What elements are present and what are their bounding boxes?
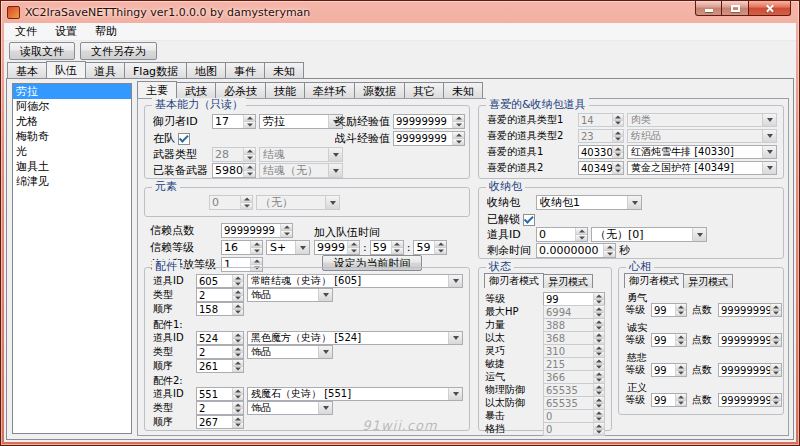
spinner[interactable] [232,303,243,315]
dropdown-arrow-icon[interactable] [448,332,462,344]
accessory-type-select[interactable]: 饰品 [247,345,333,359]
trust-level-input[interactable]: 16 [221,240,263,255]
dropdown-arrow-icon[interactable] [692,228,706,241]
character-list-item[interactable]: 劳拉 [13,84,131,99]
subtab-skills[interactable]: 技能 [265,82,305,98]
tab-events[interactable]: 事件 [225,62,265,78]
virtue-level-input[interactable]: 99 [651,303,687,317]
spinner[interactable] [232,388,243,400]
spinner[interactable] [770,334,781,346]
menu-file[interactable]: 文件 [6,23,46,40]
stat-input[interactable]: 99 [543,292,605,306]
tab-items[interactable]: 道具 [85,62,125,78]
accessory-id-input[interactable]: 605 [196,274,244,288]
spinner[interactable] [675,364,686,376]
spinner[interactable] [675,304,686,316]
spinner[interactable] [243,115,255,128]
spinner[interactable] [232,416,243,428]
tab-driver-mode[interactable]: 御刃者模式 [484,273,544,288]
character-list-item[interactable]: 迦具土 [13,159,131,174]
maximize-button[interactable] [722,1,748,16]
spinner[interactable] [612,162,623,174]
accessory-type-select[interactable]: 饰品 [247,401,333,415]
spinner[interactable] [770,394,781,406]
trust-rank-select[interactable]: S+ [266,240,310,255]
pouch-item-id-input[interactable]: 0 [536,227,588,242]
virtue-points-input[interactable]: 99999999 [718,363,782,377]
spinner[interactable] [232,275,243,287]
subtab-source-data[interactable]: 源数据 [354,82,405,98]
subtab-main[interactable]: 主要 [137,81,177,98]
tab-blade-mode[interactable]: 异刃模式 [683,274,733,288]
character-list-item[interactable]: 绵津见 [13,174,131,189]
tab-blade-mode[interactable]: 异刃模式 [543,274,593,288]
load-file-button[interactable]: 读取文件 [9,42,75,60]
spinner[interactable] [232,360,243,372]
dropdown-arrow-icon[interactable] [762,146,776,158]
accessory-select[interactable]: 残魔石（史诗） [551] [247,387,463,401]
driver-id-input[interactable]: 17 [212,114,256,129]
character-list[interactable]: 劳拉 阿德尔 尤格 梅勒奇 光 迦具土 绵津见 [12,83,132,434]
virtue-level-input[interactable]: 99 [651,363,687,377]
subtab-unknown[interactable]: 未知 [443,82,483,98]
pouch-time-input[interactable]: 0.0000000 [536,243,616,258]
trust-points-input[interactable]: 99999999 [221,223,293,238]
spinner[interactable] [232,346,243,358]
character-list-item[interactable]: 梅勒奇 [13,129,131,144]
spinner[interactable] [770,304,781,316]
dropdown-arrow-icon[interactable] [295,241,309,254]
spinner[interactable] [452,132,464,145]
spinner[interactable] [452,115,464,128]
spinner[interactable] [232,402,243,414]
menu-settings[interactable]: 设置 [46,23,86,40]
spinner[interactable] [232,332,243,344]
accessory-type-id-input[interactable]: 2 [196,401,244,415]
equipped-weapon-id-input[interactable]: 5980 [212,163,256,178]
accessory-order-input[interactable]: 158 [196,302,244,316]
pouch-unlocked-checkbox[interactable] [523,214,535,226]
virtue-level-input[interactable]: 99 [651,393,687,407]
dropdown-arrow-icon[interactable] [448,388,462,400]
accessory-select[interactable]: 常暗结魂（史诗） [605] [247,274,463,288]
bonus-exp-input[interactable]: 99999999 [393,114,465,129]
spinner[interactable] [280,224,292,237]
virtue-points-input[interactable]: 99999999 [718,393,782,407]
favorite-select[interactable]: 黄金之国护符 [40349] [627,161,777,175]
pouch-select[interactable]: 收纳包1 [536,195,642,210]
spinner[interactable] [675,334,686,346]
virtue-points-input[interactable]: 99999999 [718,303,782,317]
dropdown-arrow-icon[interactable] [448,275,462,287]
accessory-id-input[interactable]: 524 [196,331,244,345]
spinner[interactable] [347,241,359,254]
accessory-id-input[interactable]: 551 [196,387,244,401]
accessory-order-input[interactable]: 261 [196,359,244,373]
accessory-type-id-input[interactable]: 2 [196,345,244,359]
spinner[interactable] [250,241,262,254]
subtab-specials[interactable]: 必杀技 [215,82,266,98]
accessory-order-input[interactable]: 267 [196,415,244,429]
titlebar[interactable]: XC2IraSaveNETThingy ver1.0.0.0 by damyst… [1,1,799,23]
driver-name-select[interactable]: 劳拉 [259,114,343,129]
spinner[interactable] [243,164,255,177]
tab-map[interactable]: 地图 [186,62,226,78]
tab-party[interactable]: 队伍 [46,61,86,78]
minimize-button[interactable] [695,1,722,16]
spinner[interactable] [770,364,781,376]
dropdown-arrow-icon[interactable] [318,346,332,358]
virtue-points-input[interactable]: 99999999 [718,333,782,347]
favorite-id-input[interactable]: 40349 [578,161,624,175]
accessory-type-select[interactable]: 饰品 [247,288,333,302]
tab-driver-mode[interactable]: 御刃者模式 [624,273,684,288]
spinner[interactable] [575,228,587,241]
virtue-level-input[interactable]: 99 [651,333,687,347]
character-list-item[interactable]: 阿德尔 [13,99,131,114]
subtab-affinity-ring[interactable]: 牵绊环 [304,82,355,98]
tab-unknown[interactable]: 未知 [264,62,304,78]
in-party-checkbox[interactable] [178,133,190,145]
dropdown-arrow-icon[interactable] [318,402,332,414]
tab-basic[interactable]: 基本 [7,62,47,78]
spinner[interactable] [603,244,615,257]
save-as-button[interactable]: 文件另存为 [80,42,157,60]
accessory-select[interactable]: 黑色魔方（史诗） [524] [247,331,463,345]
spinner[interactable] [232,289,243,301]
